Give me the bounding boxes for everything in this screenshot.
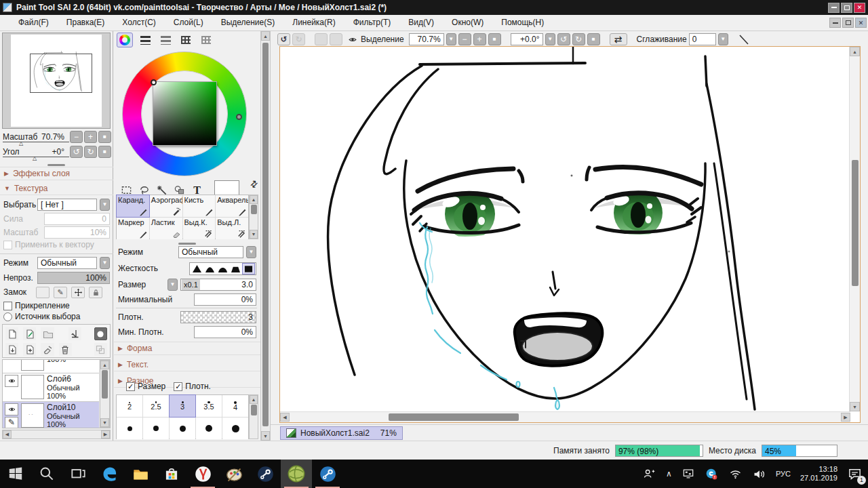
menu-layer[interactable]: Слой(L) bbox=[165, 15, 212, 30]
rotate-reset-button[interactable]: ■ bbox=[98, 146, 111, 158]
smoothing-dropdown[interactable]: ▼ bbox=[718, 33, 728, 45]
restore-button[interactable] bbox=[841, 3, 852, 13]
lock-all-button[interactable] bbox=[89, 287, 102, 298]
layer-visibility-toggle[interactable] bbox=[5, 403, 18, 415]
ruler-button[interactable] bbox=[68, 327, 81, 340]
layer-row-partial[interactable]: Обычный 100% bbox=[3, 359, 99, 373]
size-field[interactable]: x0.1 3.0 bbox=[180, 279, 256, 291]
angle-dropdown[interactable]: ▼ bbox=[545, 33, 555, 45]
menu-canvas[interactable]: Холст(C) bbox=[113, 15, 164, 30]
new-layer-button[interactable] bbox=[5, 327, 18, 340]
swap-colors-icon[interactable]: ⇄ bbox=[248, 178, 260, 190]
invert-selection-button[interactable] bbox=[330, 33, 342, 45]
tray-app-button[interactable] bbox=[682, 467, 695, 481]
tab-swatches[interactable] bbox=[198, 33, 214, 47]
rotate-cw-button[interactable]: ↻ bbox=[84, 146, 97, 158]
zoom-dropdown[interactable]: ▼ bbox=[446, 33, 456, 45]
rotate-ccw-button[interactable]: ↺ bbox=[70, 146, 83, 158]
zoom-reset-button[interactable]: ■ bbox=[488, 33, 501, 45]
menu-window[interactable]: Окно(W) bbox=[443, 15, 492, 30]
lock-transparency-button[interactable] bbox=[36, 287, 50, 298]
brush-airbrush[interactable]: Аэрограф bbox=[150, 195, 182, 217]
menu-view[interactable]: Вид(V) bbox=[399, 15, 443, 30]
zoom-field[interactable]: 70.7% bbox=[409, 33, 444, 45]
panel-scrollbar[interactable]: ▲ ▼ bbox=[260, 31, 271, 441]
scroll-down-button[interactable]: ▼ bbox=[850, 402, 860, 411]
hardness-5-selected[interactable] bbox=[243, 264, 254, 274]
brush-texture-section-header[interactable]: ▶ Текст. bbox=[114, 358, 260, 371]
saturation-value-square[interactable] bbox=[153, 81, 217, 146]
preset-2-5[interactable]: 2.5 bbox=[143, 395, 169, 417]
taskbar-edge[interactable] bbox=[94, 460, 125, 488]
texture-select-field[interactable]: [ Нет ] bbox=[37, 199, 97, 211]
taskbar-clock[interactable]: 13:18 27.01.2019 bbox=[800, 465, 837, 483]
menu-help[interactable]: Помощь(H) bbox=[492, 15, 553, 30]
taskbar-sai2-active[interactable] bbox=[281, 460, 312, 488]
angle-slider-marker[interactable]: △ bbox=[33, 155, 37, 161]
brush-brush[interactable]: Кисть bbox=[183, 195, 216, 217]
preset-grid-scrollbar[interactable]: ▲ bbox=[249, 394, 258, 439]
layer-mode-dropdown[interactable]: ▼ bbox=[100, 257, 110, 269]
canvas-vscrollbar[interactable]: ▲ ▼ bbox=[849, 47, 860, 411]
tray-browser-badge-button[interactable] bbox=[705, 467, 719, 481]
scroll-up-button[interactable]: ▲ bbox=[250, 195, 258, 204]
scrollbar-thumb[interactable] bbox=[852, 160, 859, 286]
lock-move-button[interactable] bbox=[71, 287, 85, 298]
undo-button[interactable]: ↺ bbox=[277, 33, 290, 45]
navigator[interactable] bbox=[2, 33, 111, 129]
layer-list-scrollbar[interactable]: ▲ ▼ bbox=[100, 360, 110, 428]
hue-marker[interactable] bbox=[236, 114, 242, 120]
scrollbar-thumb[interactable] bbox=[389, 413, 519, 421]
preset-row2[interactable] bbox=[143, 418, 169, 439]
size-unit-dropdown[interactable]: ▼ bbox=[167, 279, 178, 291]
brush-select-pen[interactable]: Выд.К. bbox=[183, 218, 216, 239]
action-center-button[interactable]: 1 bbox=[847, 466, 863, 482]
color-wheel[interactable] bbox=[122, 52, 247, 176]
panel-resize-handle[interactable] bbox=[178, 243, 196, 245]
scroll-left-button[interactable]: ◀ bbox=[280, 413, 290, 422]
layer-thumbnail[interactable] bbox=[21, 375, 44, 399]
layer-visibility-toggle[interactable] bbox=[5, 375, 18, 387]
canvas-hscrollbar[interactable]: ◀ ▶ bbox=[280, 411, 850, 422]
flip-horizontal-button[interactable]: ⇄ bbox=[610, 33, 627, 45]
scroll-up-button[interactable]: ▲ bbox=[850, 47, 860, 56]
new-folder-button[interactable] bbox=[41, 327, 54, 340]
preset-row2[interactable] bbox=[222, 418, 248, 439]
taskbar-store[interactable] bbox=[156, 460, 187, 488]
tab-color-mixer[interactable] bbox=[178, 33, 194, 47]
tray-people-button[interactable] bbox=[642, 466, 656, 481]
selection-source-radio[interactable] bbox=[3, 312, 12, 321]
network-button[interactable] bbox=[728, 467, 743, 481]
preset-4[interactable]: 4 bbox=[222, 395, 248, 417]
layer-opacity-slider[interactable]: 100% bbox=[37, 272, 110, 284]
layer-row-sloy6[interactable]: Слой6 Обычный 100% bbox=[3, 373, 99, 402]
menu-selection[interactable]: Выделение(S) bbox=[212, 15, 284, 30]
layer-thumbnail[interactable] bbox=[21, 359, 44, 371]
brush-watercolor[interactable]: Акварель bbox=[216, 195, 248, 217]
brush-marker[interactable]: Маркер bbox=[117, 218, 149, 239]
scrollbar-thumb[interactable] bbox=[262, 43, 269, 426]
tab-hsv-sliders[interactable] bbox=[157, 33, 174, 47]
scroll-left-button[interactable]: ◀ bbox=[3, 430, 12, 439]
volume-button[interactable] bbox=[752, 467, 766, 481]
shape-section-header[interactable]: ▶ Форма bbox=[114, 342, 260, 355]
brush-eraser[interactable]: Ластик bbox=[150, 218, 182, 239]
transfer-down-button[interactable] bbox=[5, 343, 18, 356]
preset-row2[interactable] bbox=[170, 418, 195, 439]
brush-select-eraser[interactable]: Выд.Л. bbox=[216, 218, 248, 239]
clear-layer-button[interactable] bbox=[41, 343, 54, 356]
preset-row2[interactable] bbox=[196, 418, 222, 439]
layer-mode-field[interactable]: Обычный bbox=[37, 257, 97, 269]
start-button[interactable] bbox=[0, 460, 31, 488]
redo-button[interactable]: ↻ bbox=[292, 33, 305, 45]
apply-to-vector-checkbox[interactable] bbox=[3, 241, 12, 249]
scale-slider[interactable] bbox=[3, 142, 69, 142]
scroll-right-button[interactable]: ▶ bbox=[101, 430, 110, 439]
zoom-in-button[interactable]: + bbox=[84, 131, 97, 143]
lock-paint-button[interactable]: ✎ bbox=[54, 287, 67, 298]
brush-mode-field[interactable]: Обычный bbox=[178, 246, 243, 258]
scrollbar-thumb[interactable] bbox=[251, 405, 257, 415]
brush-grid-scrollbar[interactable]: ▲ ▼ bbox=[249, 195, 258, 239]
scroll-down-button[interactable]: ▼ bbox=[261, 431, 270, 441]
scroll-up-button[interactable]: ▲ bbox=[100, 361, 109, 369]
